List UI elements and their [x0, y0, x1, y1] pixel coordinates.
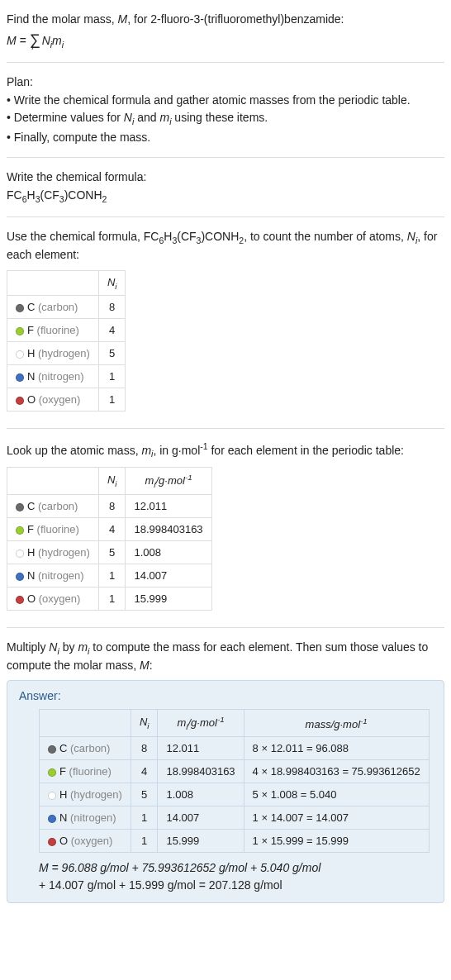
element-symbol: O [27, 592, 36, 605]
var-N: N [42, 34, 50, 47]
table-row: N (nitrogen)114.0071 × 14.007 = 14.007 [40, 806, 430, 830]
eq-lhs: M = [7, 34, 30, 47]
element-symbol: N [59, 811, 67, 824]
ni-h-a: N [107, 276, 115, 288]
pb2-a: • Determine values for [7, 111, 124, 124]
divider [7, 157, 444, 158]
element-label: (oxygen) [39, 592, 81, 605]
element-dot-icon [48, 838, 56, 846]
mi-h-a: m [145, 475, 154, 488]
pb2-m: m [159, 111, 169, 124]
cs-7: )CONH [201, 230, 239, 243]
element-cell: H (hydrogen) [7, 342, 99, 365]
mi-header: mi/g·mol-1 [158, 710, 244, 737]
chemical-formula: FC6H3(CF3)CONH2 [7, 188, 444, 205]
element-dot-icon [48, 768, 56, 777]
element-symbol: O [59, 835, 68, 847]
element-label: (nitrogen) [38, 569, 84, 582]
cf-1: FC [7, 188, 22, 202]
ni-h-b2: i [115, 479, 116, 488]
plan-bullet-2: • Determine values for Ni and mi using t… [7, 110, 444, 127]
var-M: M [118, 12, 128, 26]
mi-h-d2: -1 [217, 715, 225, 724]
ni-cell: 1 [131, 806, 158, 830]
element-cell: C (carbon) [7, 495, 99, 518]
element-symbol: F [27, 324, 34, 336]
mi-h-d: -1 [185, 473, 192, 482]
empty-header [40, 710, 131, 737]
element-cell: C (carbon) [40, 737, 131, 760]
mass-header: mass/g·mol-1 [244, 710, 429, 737]
sub-i-2: i [62, 39, 64, 49]
element-cell: F (fluorine) [7, 518, 99, 541]
table-row: O (oxygen)115.9991 × 15.999 = 15.999 [40, 830, 430, 853]
ni-cell: 4 [131, 760, 158, 783]
answer-table: Ni mi/g·mol-1 mass/g·mol-1 C (carbon)812… [39, 709, 430, 853]
element-symbol: N [27, 569, 35, 582]
ms-6: for each element in the periodic table: [208, 444, 404, 457]
answer-eq-1: M = 96.088 g/mol + 75.993612652 g/mol + … [39, 859, 432, 877]
plan-bullet-3: • Finally, compute the mass. [7, 130, 444, 146]
table-row: C (carbon)812.0118 × 12.011 = 96.088 [40, 737, 430, 760]
ni-cell: 8 [98, 296, 126, 319]
element-dot-icon [16, 327, 24, 335]
ni-cell: 4 [98, 319, 126, 342]
cs-3: H [164, 230, 172, 243]
element-dot-icon [16, 373, 24, 382]
ni-header: Ni [98, 468, 126, 495]
intro-line: Find the molar mass, M, for 2-fluoro-3-(… [7, 12, 444, 28]
intro-text: Find the molar mass, [7, 12, 118, 26]
element-label: (carbon) [70, 742, 110, 754]
cs-1: Use the chemical formula, FC [7, 230, 159, 243]
cf-5: (CF [40, 188, 59, 202]
table-row: F (fluorine)418.9984031634 × 18.99840316… [40, 760, 430, 783]
ms-2: m [141, 444, 151, 457]
sigma-sub: i [32, 43, 34, 51]
ni-cell: 8 [98, 495, 126, 518]
mi-cell: 18.998403163 [158, 760, 244, 783]
element-symbol: C [59, 742, 67, 754]
element-label: (fluorine) [69, 765, 112, 778]
mass-cell: 1 × 15.999 = 15.999 [244, 830, 429, 853]
cf-8: 2 [102, 194, 107, 204]
table-row: N (nitrogen)1 [7, 365, 126, 388]
mi-cell: 1.008 [158, 783, 244, 806]
table-row: N (nitrogen)114.007 [7, 564, 212, 588]
table-row: C (carbon)8 [7, 296, 126, 319]
mi-cell: 12.011 [126, 495, 211, 518]
element-cell: O (oxygen) [7, 388, 99, 412]
mi-h-c: /g·mol [156, 475, 185, 488]
pb2-N: N [124, 111, 132, 124]
table-header-row: Ni mi/g·mol-1 mass/g·mol-1 [40, 710, 430, 737]
element-dot-icon [48, 745, 56, 754]
empty-header [7, 270, 99, 296]
element-cell: C (carbon) [7, 296, 99, 319]
mass-h-b: -1 [360, 716, 368, 725]
element-symbol: H [27, 546, 35, 559]
element-dot-icon [16, 350, 24, 359]
element-cell: H (hydrogen) [7, 541, 99, 564]
cf-7: )CONH [64, 188, 102, 202]
ni-cell: 5 [98, 342, 126, 365]
ms-1: Look up the atomic mass, [7, 444, 141, 457]
mu-4: by [59, 640, 78, 654]
sigma-icon: ∑ [30, 31, 40, 48]
mass-table: Ni mi/g·mol-1 C (carbon)812.011F (fluori… [7, 467, 212, 611]
element-label: (hydrogen) [38, 347, 90, 359]
table-row: C (carbon)812.011 [7, 495, 212, 518]
ni-cell: 1 [98, 564, 126, 588]
element-cell: N (nitrogen) [7, 365, 99, 388]
mi-h-c2: /g·mol [188, 717, 217, 730]
formula-section: Write the chemical formula: FC6H3(CF3)CO… [7, 161, 444, 213]
element-label: (nitrogen) [38, 370, 84, 383]
formula-title: Write the chemical formula: [7, 169, 444, 186]
element-label: (carbon) [38, 301, 78, 313]
element-dot-icon [16, 503, 24, 511]
element-dot-icon [16, 526, 24, 535]
mi-h-a2: m [177, 717, 186, 730]
mu-9: : [150, 659, 153, 672]
mi-cell: 18.998403163 [126, 518, 211, 541]
element-symbol: H [27, 347, 35, 359]
mu-1: Multiply [7, 640, 49, 654]
divider [7, 428, 444, 429]
